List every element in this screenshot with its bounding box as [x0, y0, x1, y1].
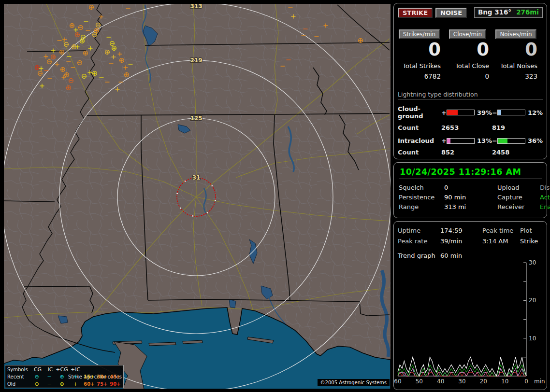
legend-symbol-cplus-icon: ⊕: [56, 373, 68, 380]
squelch-value: 0: [444, 183, 497, 193]
svg-text:313: 313: [190, 4, 202, 10]
distribution-title: Lightning type distribution: [398, 91, 543, 99]
total-strikes-value: 6782: [398, 72, 441, 80]
legend-col-+cg: +CG: [56, 366, 68, 373]
close-per-min-value: 0: [446, 40, 489, 59]
range-value: 313 mi: [444, 202, 497, 212]
svg-text:50: 50: [416, 378, 423, 385]
legend-row-label: Recent: [7, 373, 30, 380]
total-close-value: 0: [446, 72, 489, 80]
plot-label: Plot: [520, 225, 543, 236]
noises-per-min-value: 0: [494, 40, 537, 59]
legend-symbol-cminus-icon: ⊖: [30, 380, 43, 388]
uptime-label: Uptime: [398, 225, 440, 236]
legend-row-recent: Recent⊖−⊕+15+30+45+: [7, 373, 121, 380]
cg-positive-pct: 39%: [475, 109, 492, 116]
peak-rate-value: 39/min: [440, 236, 482, 247]
intracloud-row: Intracloud + 13% − 36%: [398, 137, 543, 144]
capture-status: Active: [540, 193, 550, 202]
legend-age-code: 75+: [96, 380, 109, 388]
total-noises-label: Total Noises: [494, 62, 537, 70]
plus-sign: +: [441, 137, 447, 144]
plot-value: Strike: [520, 236, 543, 247]
svg-text:min: min: [534, 378, 545, 385]
total-noises-value: 323: [494, 72, 537, 80]
cloud-ground-count-row: Count 2653 819: [398, 124, 543, 131]
svg-text:0: 0: [524, 378, 528, 385]
svg-text:31: 31: [192, 174, 201, 181]
noises-per-min-chip[interactable]: Noises/min: [495, 29, 536, 39]
lightning-distribution-section: Lightning type distribution Cloud-ground…: [398, 91, 543, 156]
strike-button[interactable]: STRIKE: [398, 8, 433, 18]
noise-button[interactable]: NOISE: [435, 8, 467, 18]
trend-chart: 1020306050403020100min: [394, 222, 548, 391]
bearing-value: Bng 316°: [478, 8, 511, 17]
legend-age-code: 60+: [83, 380, 96, 388]
status-row: Persistence 90 min Capture Active: [399, 193, 542, 202]
noises-counter-column: Noises/min 0 Total Noises 323: [494, 29, 543, 80]
legend-age-code: 30+: [96, 373, 109, 380]
strikes-counter-column: Strikes/min 0 Total Strikes 6782: [398, 29, 446, 80]
trend-graph-value: 60 min: [440, 251, 543, 261]
ic-negative-bar: [497, 138, 525, 144]
legend-col--ic: -IC: [43, 366, 56, 373]
uptime-value: 174:59: [440, 225, 482, 236]
receiver-status: Enabled: [540, 202, 550, 212]
strikes-per-min-value: 0: [398, 40, 441, 59]
legend-age-code: 90+: [109, 380, 122, 388]
cg-negative-bar: [497, 110, 525, 115]
legend-symbol-plus-icon: +: [68, 380, 83, 388]
legend-symbols-label: Symbols: [7, 366, 30, 373]
legend-age-code: 15+: [83, 373, 96, 380]
cg-positive-bar: [447, 110, 475, 115]
app-window: 31321912531 Symbols -CG -IC +CG +IC Stri…: [0, 0, 550, 392]
map-canvas[interactable]: 31321912531: [4, 4, 391, 389]
persistence-label: Persistence: [399, 193, 444, 202]
status-panel: 10/24/2025 11:29:16 AM Squelch 0 Upload …: [393, 162, 547, 218]
intracloud-label: Intracloud: [398, 137, 441, 144]
legend-col--cg: -CG: [30, 366, 43, 373]
svg-text:219: 219: [190, 57, 202, 64]
map-legend: Symbols -CG -IC +CG +IC Strike age color…: [5, 365, 124, 388]
count-label: Count: [398, 124, 441, 131]
peak-time-value: 3:14 AM: [482, 236, 520, 247]
plus-sign: +: [441, 109, 447, 116]
bearing-display: Bng 316° 276mi: [474, 7, 543, 18]
cg-positive-count: 2653: [441, 124, 492, 131]
status-row: Range 313 mi Receiver Enabled: [399, 202, 542, 212]
strikes-per-min-chip[interactable]: Strikes/min: [399, 29, 440, 39]
bearing-distance: 276mi: [516, 8, 539, 17]
legend-age-code: 45+: [109, 373, 122, 380]
svg-text:60: 60: [394, 378, 401, 385]
persistence-value: 90 min: [444, 193, 497, 202]
close-per-min-chip[interactable]: Close/min: [449, 29, 486, 39]
cloud-ground-row: Cloud-ground + 39% − 12%: [398, 105, 543, 120]
ic-negative-pct: 36%: [525, 137, 543, 144]
ic-positive-bar: [447, 138, 475, 144]
minus-sign: −: [492, 109, 497, 116]
svg-text:10: 10: [529, 335, 536, 342]
peak-time-label: Peak time: [482, 225, 520, 236]
svg-text:20: 20: [480, 378, 487, 385]
cg-negative-count: 819: [492, 124, 543, 131]
svg-text:30: 30: [458, 378, 465, 385]
upload-label: Upload: [497, 183, 540, 193]
total-close-label: Total Close: [446, 62, 489, 70]
legend-symbol-cplus-icon: ⊕: [56, 380, 68, 388]
svg-text:20: 20: [529, 297, 536, 304]
copyright-label: ©2005 Astrogenic Systems: [318, 379, 390, 386]
counters-panel: STRIKE NOISE Bng 316° 276mi Strikes/min …: [393, 3, 547, 159]
legend-col-+ic: +IC: [68, 366, 83, 373]
peak-rate-label: Peak rate: [398, 236, 440, 247]
legend-symbol-plus-icon: +: [68, 373, 83, 380]
map-area[interactable]: 31321912531 Symbols -CG -IC +CG +IC Stri…: [4, 4, 391, 389]
legend-symbol-minus-icon: −: [43, 373, 56, 380]
intracloud-count-row: Count 852 2458: [398, 149, 543, 156]
legend-symbol-minus-icon: −: [43, 380, 56, 388]
ic-positive-pct: 13%: [475, 137, 492, 144]
squelch-label: Squelch: [399, 183, 444, 193]
legend-row-old: Old⊖−⊕+60+75+90+: [7, 380, 121, 388]
legend-symbol-cminus-icon: ⊖: [30, 373, 43, 380]
divider: [399, 179, 542, 179]
svg-text:125: 125: [190, 115, 202, 122]
